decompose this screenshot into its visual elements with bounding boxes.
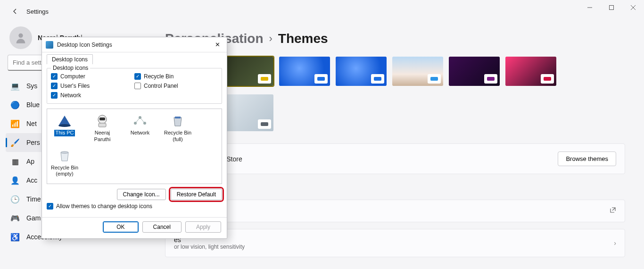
nav-icon: 👤	[10, 176, 20, 185]
icon-glyph	[94, 114, 111, 128]
theme-tile[interactable]	[222, 56, 274, 87]
icon-glyph	[56, 149, 73, 163]
external-link-icon	[610, 207, 616, 215]
checkbox-recycle-bin[interactable]: Recycle Bin	[134, 73, 218, 80]
theme-accent-badge	[258, 74, 271, 84]
nav-icon: 📶	[10, 119, 20, 128]
svg-line-12	[135, 118, 140, 123]
svg-rect-8	[99, 123, 106, 127]
cancel-button[interactable]: Cancel	[142, 221, 182, 233]
icon-label: Recycle Bin	[164, 130, 191, 136]
arrow-left-icon	[11, 8, 19, 15]
svg-rect-14	[175, 117, 181, 118]
icon-glyph	[169, 114, 186, 128]
apply-button[interactable]: Apply	[185, 221, 221, 233]
checkbox-icon	[47, 203, 53, 210]
avatar	[9, 26, 32, 49]
minimize-icon	[587, 5, 592, 10]
minimize-button[interactable]	[579, 0, 601, 15]
theme-accent-badge	[428, 74, 441, 84]
checkbox-icon	[51, 92, 58, 99]
checkbox-control-panel[interactable]: Control Panel	[134, 83, 218, 89]
nav-label: Ap	[26, 158, 34, 165]
theme-tile[interactable]	[448, 56, 501, 87]
theme-tile[interactable]	[278, 56, 331, 87]
nav-label: Sys	[26, 82, 37, 90]
theme-tile[interactable]	[391, 56, 444, 87]
icon-preview-panel: This PCNeeraj ParuthiNetworkRecycle Bin(…	[47, 109, 222, 184]
desktop-icons-group: Desktop icons ComputerRecycle BinUser's …	[47, 68, 222, 104]
icon-label: Neeraj Paruthi	[88, 130, 117, 143]
nav-label: Acc	[26, 177, 37, 184]
theme-accent-badge	[314, 74, 328, 84]
nav-icon: 🔵	[10, 100, 20, 109]
theme-grid	[165, 56, 625, 87]
checkbox-users-files[interactable]: User's Files	[51, 83, 134, 89]
checkbox-label: Computer	[60, 73, 85, 80]
theme-tile[interactable]	[504, 56, 557, 87]
svg-rect-1	[610, 6, 614, 10]
svg-point-5	[58, 124, 71, 127]
nav-icon: ▦	[10, 157, 20, 166]
desktop-icon-recycle-bin-empty-[interactable]: Recycle Bin(empty)	[50, 149, 79, 178]
related-settings-label: ettings	[165, 187, 625, 195]
desktop-icon-this-pc[interactable]: This PC	[50, 114, 79, 143]
maximize-icon	[609, 5, 614, 10]
nav-label: Blue	[26, 101, 40, 109]
theme-tile[interactable]	[335, 56, 388, 87]
maximize-button[interactable]	[601, 0, 622, 15]
allow-themes-checkbox[interactable]: Allow themes to change desktop icons	[47, 203, 222, 210]
store-themes-row: es from Microsoft Store Browse themes	[165, 143, 625, 174]
icon-label: Recycle Bin	[51, 165, 78, 171]
nav-icon: 💻	[10, 81, 20, 91]
ok-button[interactable]: OK	[103, 221, 138, 233]
restore-default-button[interactable]: Restore Default	[171, 189, 222, 200]
browse-themes-button[interactable]: Browse themes	[558, 151, 616, 166]
dialog-icon	[46, 41, 53, 49]
icon-label: This PC	[54, 130, 74, 136]
theme-tile[interactable]	[222, 93, 274, 132]
theme-grid-row2	[165, 93, 625, 132]
svg-line-13	[140, 118, 145, 123]
checkbox-network[interactable]: Network	[51, 92, 134, 99]
theme-accent-badge	[541, 74, 554, 84]
desktop-icon-recycle-bin-full-[interactable]: Recycle Bin(full)	[163, 114, 192, 143]
checkbox-icon	[51, 83, 58, 89]
icon-label: Network	[131, 130, 149, 136]
group-label: Desktop icons	[51, 65, 90, 71]
back-button[interactable]	[8, 4, 23, 19]
nav-label: Gam	[26, 214, 41, 222]
chevron-right-icon: ›	[269, 33, 272, 45]
breadcrumb: Personalisation › Themes	[165, 23, 625, 56]
svg-point-15	[61, 151, 68, 153]
desktop-icon-settings-row[interactable]	[165, 200, 625, 222]
contrast-themes-row[interactable]: es or low vision, light sensitivity ›	[165, 229, 625, 257]
breadcrumb-current: Themes	[278, 31, 328, 46]
theme-accent-badge	[258, 119, 271, 129]
checkbox-label: Network	[60, 92, 81, 99]
nav-icon: 🖌️	[10, 138, 20, 147]
close-icon	[631, 5, 636, 10]
window-title: Settings	[26, 8, 49, 15]
contrast-themes-sub: or low vision, light sensitivity	[174, 244, 245, 250]
icon-label-sub: (full)	[173, 136, 182, 143]
dialog-close-button[interactable]: ✕	[212, 39, 223, 50]
nav-label: Time	[26, 195, 41, 203]
nav-label: Net	[26, 120, 37, 127]
icon-glyph	[132, 114, 149, 128]
close-button[interactable]	[622, 0, 644, 15]
allow-themes-label: Allow themes to change desktop icons	[56, 203, 152, 210]
desktop-icon-neeraj-paruthi[interactable]: Neeraj Paruthi	[88, 114, 117, 143]
change-icon-button[interactable]: Change Icon...	[117, 189, 166, 200]
theme-accent-badge	[371, 74, 384, 84]
nav-icon: 🕒	[10, 194, 20, 204]
tab-desktop-icons[interactable]: Desktop Icons	[47, 54, 93, 64]
nav-icon: 🎮	[10, 213, 20, 223]
checkbox-icon	[134, 83, 141, 89]
svg-rect-7	[99, 118, 105, 120]
checkbox-label: User's Files	[60, 83, 90, 89]
checkbox-computer[interactable]: Computer	[51, 73, 134, 80]
chevron-right-icon: ›	[614, 239, 616, 247]
desktop-icon-network[interactable]: Network	[125, 114, 155, 143]
nav-icon: ♿	[10, 232, 20, 242]
